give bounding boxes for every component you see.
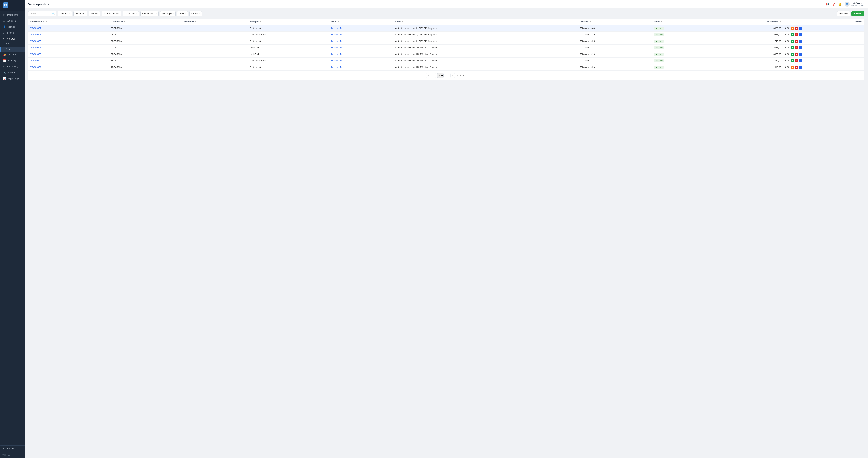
filter-route[interactable]: Route ▾ — [177, 11, 188, 16]
row-actions: 0,00 ■▶€ — [785, 33, 862, 36]
col-orderbedrag[interactable]: Orderbedrag ⇅ — [708, 19, 783, 25]
filter-status[interactable]: Status ▾ — [89, 11, 100, 16]
filter-herkomst[interactable]: Herkomst ▾ — [58, 11, 72, 16]
naam-link[interactable]: Janssen, Jan — [331, 66, 343, 68]
col-orderdatum[interactable]: Orderdatum ⇅ — [109, 19, 182, 25]
col-verkoper[interactable]: Verkoper ⇅ — [247, 19, 329, 25]
order-link[interactable]: V24000004 — [30, 46, 41, 49]
filter-service[interactable]: Service ▾ — [189, 11, 202, 16]
page-select[interactable]: 1 — [437, 73, 444, 78]
row-action-icon[interactable]: € — [799, 27, 802, 30]
cell-levering: 2024 Week - 17 — [578, 44, 652, 51]
sidebar-item-logistiek[interactable]: 🚚 Logistiek — [0, 52, 25, 58]
sidebar-item-rapportage[interactable]: 📊 Rapportage — [0, 75, 25, 81]
sidebar-sub-item-offertes[interactable]: Offertes — [0, 42, 25, 47]
sidebar-item-artikelen[interactable]: ☰ Artikelen — [0, 18, 25, 24]
row-action-icon[interactable]: ▶ — [795, 33, 798, 36]
col-naam[interactable]: Naam ⇅ — [329, 19, 393, 25]
order-link[interactable]: V24000002 — [30, 60, 41, 62]
table-row[interactable]: V24000002 15-04-2024 Customer Service Ja… — [28, 58, 864, 64]
row-action-icon[interactable]: ▶ — [795, 59, 798, 62]
broadcast-icon[interactable]: 📢 — [826, 2, 829, 6]
first-page-button[interactable]: « — [426, 73, 431, 78]
row-action-icon[interactable]: ▶ — [795, 40, 798, 43]
status-badge: Definitief — [654, 33, 664, 36]
naam-link[interactable]: Janssen, Jan — [331, 60, 343, 62]
row-action-icon[interactable]: € — [799, 53, 802, 56]
row-action-icon[interactable]: ▶ — [795, 53, 798, 56]
row-action-icon[interactable]: ■ — [791, 40, 795, 43]
table-row[interactable]: V24000007 03-07-2024 Customer Service Ja… — [28, 25, 864, 32]
sidebar: LT ⊞ Dashboard ☰ Artikelen 👤 Relaties ↓ … — [0, 0, 25, 458]
row-actions: 0,00 ■▶€ — [785, 66, 862, 69]
next-page-button[interactable]: › — [445, 73, 449, 78]
sidebar-item-planning[interactable]: 📅 Planning — [0, 58, 25, 64]
filter-voorraadstatus[interactable]: Voorraadstatus ▾ — [101, 11, 121, 16]
naam-link[interactable]: Janssen, Jan — [331, 53, 343, 56]
col-betaald[interactable]: Betaald — [783, 19, 864, 25]
sidebar-item-service[interactable]: 🔧 Service — [0, 70, 25, 75]
naam-link[interactable]: Janssen, Jan — [331, 34, 343, 36]
naam-link[interactable]: Janssen, Jan — [331, 46, 343, 49]
col-ordernummer[interactable]: Ordernummer ⇅ — [28, 19, 109, 25]
prev-page-button[interactable]: ‹ — [432, 73, 436, 78]
order-link[interactable]: V24000003 — [30, 53, 41, 56]
row-action-icon[interactable]: ■ — [791, 27, 795, 30]
col-status[interactable]: Status ⇅ — [652, 19, 708, 25]
user-name: LogicTrade — [850, 2, 865, 4]
sidebar-item-dashboard[interactable]: ⊞ Dashboard — [0, 12, 25, 18]
actions-button[interactable]: ••• Acties — [837, 11, 850, 16]
filter-factuurstatus[interactable]: Factuurstatus ▾ — [141, 11, 159, 16]
naam-link[interactable]: Janssen, Jan — [331, 40, 343, 42]
row-action-icon[interactable]: ■ — [791, 46, 795, 50]
user-menu[interactable]: 👤 LogicTrade Customer Service — [845, 2, 865, 7]
filter-leverstatus[interactable]: Leverstatus ▾ — [123, 11, 139, 16]
sort-icon: ⇅ — [402, 21, 404, 23]
row-action-icon[interactable]: € — [799, 59, 802, 62]
row-action-icon[interactable]: ■ — [791, 66, 795, 69]
filter-leverwijze[interactable]: Leverwijze ▾ — [160, 11, 176, 16]
notification-icon[interactable]: 🔔 — [838, 2, 842, 6]
table-row[interactable]: V24000001 11-04-2024 Customer Service Ja… — [28, 64, 864, 71]
row-action-icon[interactable]: € — [799, 66, 802, 69]
row-action-icon[interactable]: ■ — [791, 53, 795, 56]
help-icon[interactable]: ❓ — [832, 2, 836, 6]
filter-verkoper[interactable]: Verkoper ▾ — [73, 11, 87, 16]
order-link[interactable]: V24000001 — [30, 66, 41, 68]
cell-orderdatum: 01-05-2024 — [109, 38, 182, 44]
col-referentie[interactable]: Referentie ⇅ — [182, 19, 247, 25]
order-link[interactable]: V24000005 — [30, 40, 41, 42]
sidebar-item-relaties[interactable]: 👤 Relaties — [0, 24, 25, 30]
table-row[interactable]: V24000003 22-04-2024 LogicTrade Janssen,… — [28, 51, 864, 58]
sidebar-logo[interactable]: LT — [0, 0, 25, 10]
row-action-icon[interactable]: ▶ — [795, 66, 798, 69]
table-row[interactable]: V24000005 01-05-2024 Customer Service Ja… — [28, 38, 864, 44]
service-icon: 🔧 — [3, 71, 6, 74]
sidebar-item-label: Dashboard — [7, 14, 18, 16]
row-action-icon[interactable]: € — [799, 40, 802, 43]
col-adres[interactable]: Adres ⇅ — [393, 19, 578, 25]
order-link[interactable]: V24000007 — [30, 27, 41, 30]
col-levering[interactable]: Levering ⇅ — [578, 19, 652, 25]
row-action-icon[interactable]: ■ — [791, 33, 795, 36]
sidebar-item-verkoop[interactable]: ↑ Verkoop — [0, 36, 25, 42]
sidebar-item-facturering[interactable]: € Facturering — [0, 64, 25, 70]
sidebar-sub-item-orders[interactable]: Orders — [0, 47, 25, 52]
naam-link[interactable]: Janssen, Jan — [331, 27, 343, 30]
row-action-icon[interactable]: ▶ — [795, 46, 798, 50]
row-action-icon[interactable]: € — [799, 46, 802, 50]
order-link[interactable]: V24000006 — [30, 34, 41, 36]
inkoop-icon: ↓ — [3, 31, 6, 34]
sidebar-item-inkoop[interactable]: ↓ Inkoop — [0, 30, 25, 36]
row-action-icon[interactable]: ■ — [791, 59, 795, 62]
sidebar-item-beheer[interactable]: ⚙ Beheer — [0, 445, 25, 452]
row-action-icon[interactable]: € — [799, 33, 802, 36]
row-action-icon[interactable]: ▶ — [795, 27, 798, 30]
table-row[interactable]: V24000004 22-04-2024 LogicTrade Janssen,… — [28, 44, 864, 51]
new-button[interactable]: + Nieuw — [851, 11, 865, 16]
table-row[interactable]: V24000006 25-06-2024 Customer Service Ja… — [28, 32, 864, 38]
last-page-button[interactable]: » — [450, 73, 455, 78]
search-button[interactable]: 🔍 — [52, 12, 55, 15]
content-area: 🔍 Herkomst ▾ Verkoper ▾ Status ▾ Voorraa… — [25, 8, 868, 458]
beheer-icon: ⚙ — [3, 447, 6, 450]
